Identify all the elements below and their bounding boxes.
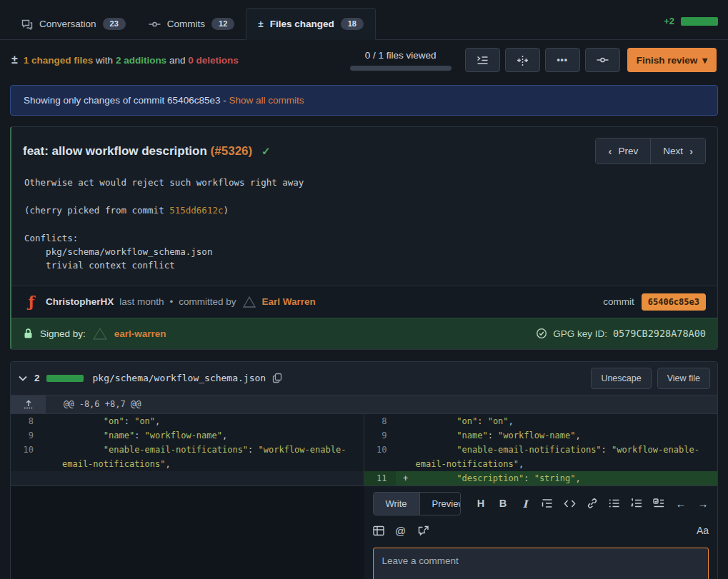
task-list-icon[interactable] [653, 498, 664, 508]
tab-preview[interactable]: Preview [419, 493, 461, 515]
table-icon[interactable] [373, 525, 384, 536]
line-number[interactable] [11, 471, 42, 485]
diff-line-added[interactable]: 11+ "description": "string", [364, 471, 718, 485]
line-number[interactable]: 8 [11, 414, 42, 428]
editor-toolbar: H B I [475, 498, 709, 510]
unordered-list-icon[interactable] [609, 498, 620, 508]
code-icon[interactable] [564, 499, 576, 508]
commit-message-line [24, 217, 706, 231]
inline-comment-form: Write Preview H B I [364, 486, 719, 579]
indent-icon[interactable]: → [697, 498, 709, 510]
files-changed-count-badge: 18 [341, 18, 364, 30]
lock-icon [23, 328, 34, 339]
diff-additions-count: +2 [664, 16, 674, 26]
line-number[interactable]: 9 [364, 428, 396, 443]
commit-author-link[interactable]: ChristopherHX [46, 296, 114, 307]
next-commit-button[interactable]: Next › [650, 139, 705, 163]
deletions-count: 0 deletions [188, 55, 239, 66]
code-text: "enable-email-notifications": "workflow-… [62, 443, 364, 471]
diff-stats-row: ± 1 changed files with 2 additions and 0… [0, 40, 728, 81]
summary-text: with [96, 55, 113, 66]
finish-review-button[interactable]: Finish review ▾ [627, 48, 717, 72]
line-number[interactable]: 9 [11, 428, 42, 443]
file-diff-stat-bar [46, 375, 84, 382]
gpg-key-id: 0579CB2928A78A00 [613, 328, 706, 339]
diff-line-context[interactable]: 10 "enable-email-notifications": "workfl… [364, 443, 718, 471]
next-label: Next [663, 146, 683, 156]
git-commit-icon [597, 54, 609, 66]
verified-icon [536, 328, 547, 339]
quote-icon[interactable] [542, 498, 553, 508]
line-number[interactable]: 8 [364, 414, 396, 428]
diff-marker [396, 428, 416, 443]
changed-files-link[interactable]: 1 changed files [24, 55, 94, 66]
diff-view-toggle-button[interactable] [505, 48, 540, 72]
expand-hunk-button[interactable] [11, 396, 46, 413]
commit-title: feat: allow workflow description (#5326)… [23, 144, 271, 158]
diff-file-header: 2 pkg/schema/workflow_schema.json Unesca… [11, 362, 717, 395]
diff-line-context[interactable]: 10 "enable-email-notifications": "workfl… [11, 443, 364, 471]
diff-summary: ± 1 changed files with 2 additions and 0… [11, 54, 239, 66]
commit-message-line [24, 189, 706, 203]
signer-link[interactable]: earl-warren [114, 328, 166, 339]
outdent-icon[interactable]: ← [675, 498, 687, 510]
link-icon[interactable] [587, 498, 598, 509]
editor-tabs: Write Preview [373, 492, 462, 515]
commit-nav-group: ‹ Prev Next › [595, 138, 706, 164]
gpg-key-label: GPG key ID: [553, 328, 607, 339]
diff-line-context[interactable]: 9 "name": "workflow-name", [11, 428, 364, 443]
commit-select-button[interactable] [585, 48, 620, 72]
diff-marker [42, 443, 62, 471]
diff-line-context[interactable]: 9 "name": "workflow-name", [364, 428, 718, 443]
commit-message-line: pkg/schema/workflow_schema.json [24, 245, 706, 258]
show-all-commits-link[interactable]: Show all commits [229, 95, 304, 106]
comment-input[interactable] [373, 548, 709, 579]
signer-avatar[interactable] [92, 327, 108, 341]
commit-message-line: (cherry picked from commit 515dd6612c) [24, 203, 706, 217]
unescape-button[interactable]: Unescape [591, 368, 651, 389]
diff-marker [42, 471, 62, 485]
committer-avatar[interactable] [242, 296, 256, 308]
line-number[interactable]: 10 [11, 443, 42, 471]
prev-commit-button[interactable]: ‹ Prev [596, 139, 650, 163]
commit-status-check-icon[interactable]: ✓ [261, 145, 271, 157]
diff-line-context[interactable]: 8 "on": "on", [11, 414, 364, 428]
committer-link[interactable]: Earl Warren [262, 296, 316, 307]
plain-text-toggle-icon[interactable]: Aa [697, 525, 709, 536]
line-number[interactable]: 11 [364, 471, 396, 485]
heading-icon[interactable]: H [475, 498, 487, 509]
file-lines-changed-count: 2 [34, 373, 40, 383]
collapse-file-icon[interactable] [18, 375, 28, 382]
comment-left-spacer [10, 486, 364, 579]
file-tree-toggle-button[interactable] [465, 48, 500, 72]
cross-reference-icon[interactable] [417, 525, 429, 536]
files-viewed-bar [350, 66, 452, 71]
author-avatar[interactable]: ƒ [23, 293, 40, 311]
code-text: "name": "workflow-name", [416, 428, 718, 443]
tab-files-changed[interactable]: ± Files changed 18 [246, 8, 376, 40]
mention-icon[interactable]: @ [395, 525, 407, 537]
copy-path-icon[interactable] [272, 373, 282, 383]
diff-line-placeholder [11, 471, 364, 485]
commit-hash-badge[interactable]: 65406c85e3 [642, 293, 706, 311]
committed-by-label: committed by [179, 296, 236, 307]
cherry-pick-hash-link[interactable]: 515dd6612c [169, 205, 223, 216]
view-file-button[interactable]: View file [657, 368, 710, 389]
tab-write[interactable]: Write [374, 493, 419, 515]
diff-marker: + [396, 471, 416, 485]
line-number[interactable]: 10 [364, 443, 396, 471]
tab-conversation[interactable]: Conversation 23 [10, 9, 137, 39]
diff-line-context[interactable]: 8 "on": "on", [364, 414, 718, 428]
commit-label: commit [603, 296, 634, 307]
diff-marker [396, 443, 416, 471]
meta-separator: • [170, 296, 174, 307]
tab-commits[interactable]: Commits 12 [137, 9, 246, 39]
ordered-list-icon[interactable] [631, 498, 642, 508]
pr-reference-link[interactable]: (#5326) [211, 144, 253, 158]
more-options-button[interactable]: ••• [545, 48, 580, 72]
diff-marker [42, 428, 62, 443]
summary-text: and [169, 55, 186, 66]
commit-filter-banner: Showing only changes of commit 65406c85e… [10, 85, 718, 116]
italic-icon[interactable]: I [519, 498, 531, 510]
bold-icon[interactable]: B [497, 498, 509, 509]
